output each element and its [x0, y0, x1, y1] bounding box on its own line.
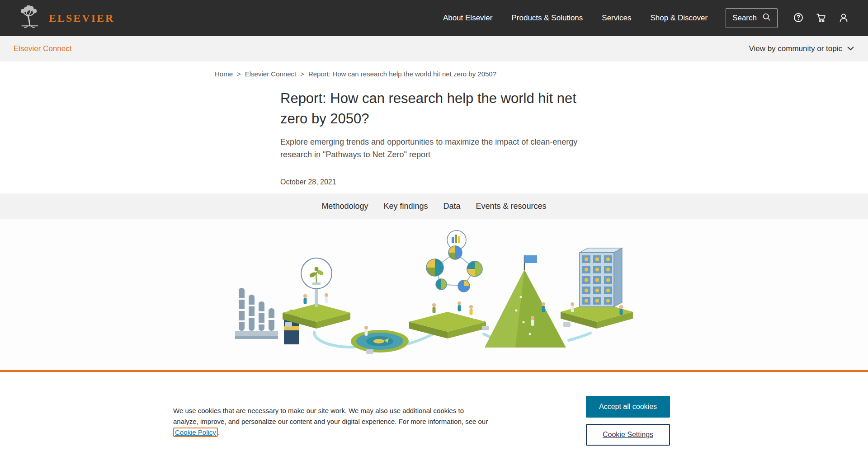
solar-building [580, 248, 622, 307]
connect-subheader: Elsevier Connect View by community or to… [0, 36, 868, 61]
breadcrumb-home[interactable]: Home [215, 70, 233, 78]
cart-button[interactable] [816, 12, 826, 24]
nav-products-solutions[interactable]: Products & Solutions [512, 14, 583, 23]
mountain [485, 255, 566, 348]
brand-wordmark: ELSEVIER [49, 12, 114, 24]
search-button-label: Search [732, 14, 757, 23]
article-header: Report: How can research help the world … [280, 88, 588, 186]
tab-events-resources[interactable]: Events & resources [476, 202, 547, 211]
search-icon [762, 13, 771, 24]
nav-shop-discover[interactable]: Shop & Discover [651, 14, 708, 23]
cookie-message-end: . [218, 428, 220, 436]
help-button[interactable] [793, 12, 804, 24]
publish-date: October 28, 2021 [280, 178, 588, 186]
cart-icon [816, 12, 826, 24]
breadcrumb-separator: > [300, 70, 304, 78]
hero-illustration-section [0, 219, 868, 370]
elsevier-logo[interactable]: ELSEVIER [18, 5, 114, 31]
nav-services[interactable]: Services [602, 14, 631, 23]
primary-nav: About Elsevier Products & Solutions Serv… [443, 14, 708, 23]
utility-icons [793, 12, 849, 24]
account-icon [838, 12, 849, 24]
breadcrumb-separator: > [237, 70, 241, 78]
breadcrumb-elsevier-connect[interactable]: Elsevier Connect [245, 70, 296, 78]
cookie-policy-link[interactable]: Cookie Policy [173, 428, 218, 437]
orange-divider [0, 370, 868, 372]
top-navigation-bar: ELSEVIER About Elsevier Products & Solut… [0, 0, 868, 36]
cookie-message-start: We use cookies that are necessary to mak… [173, 407, 488, 425]
elsevier-connect-link[interactable]: Elsevier Connect [14, 44, 72, 53]
console [285, 322, 292, 327]
elsevier-tree-icon [18, 5, 42, 31]
search-button[interactable]: Search [726, 8, 778, 28]
accept-all-cookies-button[interactable]: Accept all cookies [586, 396, 670, 418]
tab-key-findings[interactable]: Key findings [383, 202, 428, 211]
breadcrumb-current-page: Report: How can research help the world … [308, 70, 496, 78]
section-tabs: Methodology Key findings Data Events & r… [0, 193, 868, 219]
platform-center [409, 312, 486, 338]
tab-data[interactable]: Data [443, 202, 461, 211]
cookie-banner: We use cookies that are necessary to mak… [0, 372, 868, 470]
page-title: Report: How can research help the world … [280, 88, 588, 129]
cookie-settings-button[interactable]: Cookie Settings [586, 424, 670, 446]
pipes [235, 288, 278, 339]
net-zero-illustration [231, 229, 637, 370]
console [366, 349, 373, 354]
console [482, 326, 489, 330]
molecule-pie-charts [426, 230, 482, 292]
page-subtitle: Explore emerging trends and opportunitie… [280, 136, 588, 161]
nav-about-elsevier[interactable]: About Elsevier [443, 14, 493, 23]
account-button[interactable] [838, 12, 849, 24]
breadcrumb: Home > Elsevier Connect > Report: How ca… [215, 70, 653, 78]
cookie-message: We use cookies that are necessary to mak… [173, 405, 490, 438]
view-by-label: View by community or topic [749, 44, 842, 53]
view-by-community-dropdown[interactable]: View by community or topic [749, 44, 854, 53]
tab-methodology[interactable]: Methodology [321, 202, 368, 211]
pond [351, 330, 409, 352]
console [563, 322, 571, 327]
help-icon [793, 12, 804, 24]
chevron-down-icon [847, 44, 854, 53]
